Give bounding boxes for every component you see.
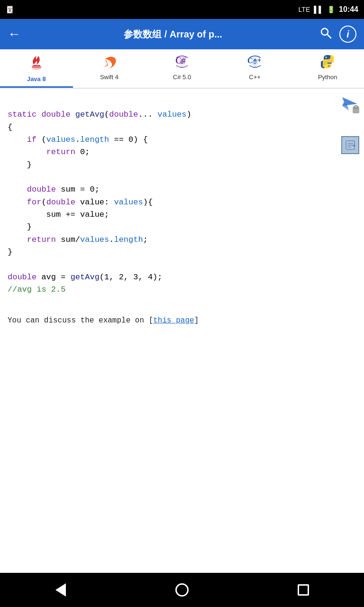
home-circle-icon bbox=[175, 583, 189, 597]
lte-icon: LTE bbox=[299, 6, 310, 13]
svg-point-11 bbox=[326, 57, 327, 58]
svg-rect-4 bbox=[32, 66, 41, 67]
discussion-text: You can discuss the example on [ bbox=[8, 316, 153, 325]
tab-python-label: Python bbox=[318, 74, 337, 81]
edit-button[interactable] bbox=[341, 136, 359, 154]
language-tabs: Java 8 Swift 4 C# C# 5.0 C++ bbox=[0, 49, 364, 89]
nav-home-button[interactable] bbox=[170, 578, 194, 602]
code-area: static double getAvg(double... values) {… bbox=[0, 89, 364, 573]
status-bar: 🃏 LTE ▌▌ 🔋 10:44 bbox=[0, 0, 364, 19]
discussion-suffix: ] bbox=[194, 316, 199, 325]
svg-marker-13 bbox=[342, 97, 357, 106]
tab-swift4[interactable]: Swift 4 bbox=[73, 49, 146, 88]
info-button[interactable]: i bbox=[339, 26, 356, 43]
tab-csharp-label: C# 5.0 bbox=[173, 74, 191, 81]
tab-csharp[interactable]: C# C# 5.0 bbox=[146, 49, 218, 88]
sim-icon: 🃏 bbox=[6, 6, 14, 13]
tab-cpp-label: C++ bbox=[249, 74, 261, 81]
status-time: 10:44 bbox=[339, 5, 358, 14]
search-button[interactable] bbox=[319, 27, 332, 42]
svg-point-12 bbox=[328, 65, 330, 67]
tab-swift4-label: Swift 4 bbox=[100, 74, 118, 81]
svg-line-1 bbox=[328, 35, 331, 38]
tab-java8[interactable]: Java 8 bbox=[0, 49, 73, 88]
tab-python[interactable]: Python bbox=[291, 49, 364, 88]
svg-rect-3 bbox=[33, 65, 40, 66]
csharp-icon: C# bbox=[174, 54, 190, 73]
nav-back-button[interactable] bbox=[49, 578, 73, 602]
svg-rect-15 bbox=[353, 107, 359, 113]
cpp-icon: C++ bbox=[247, 54, 263, 73]
tab-cpp[interactable]: C++ C++ bbox=[218, 49, 291, 88]
tab-java8-label: Java 8 bbox=[27, 75, 46, 83]
code-block: static double getAvg(double... values) {… bbox=[8, 96, 356, 309]
nav-recents-button[interactable] bbox=[291, 578, 315, 602]
nav-bar bbox=[0, 573, 364, 607]
discussion-link[interactable]: this page bbox=[153, 316, 194, 325]
java-icon bbox=[29, 54, 44, 74]
battery-icon: 🔋 bbox=[327, 6, 335, 13]
page-title: 参数数组 / Array of p... bbox=[27, 28, 319, 41]
toolbar: ← 参数数组 / Array of p... i bbox=[0, 19, 364, 49]
recents-square-icon bbox=[298, 584, 309, 596]
python-icon bbox=[320, 54, 335, 73]
translate-button[interactable] bbox=[339, 94, 360, 115]
discussion-line: You can discuss the example on [this pag… bbox=[8, 316, 356, 325]
back-triangle-icon bbox=[55, 583, 66, 597]
swift-icon bbox=[101, 54, 117, 73]
signal-icon: ▌▌ bbox=[314, 6, 323, 13]
back-button[interactable]: ← bbox=[8, 27, 21, 42]
